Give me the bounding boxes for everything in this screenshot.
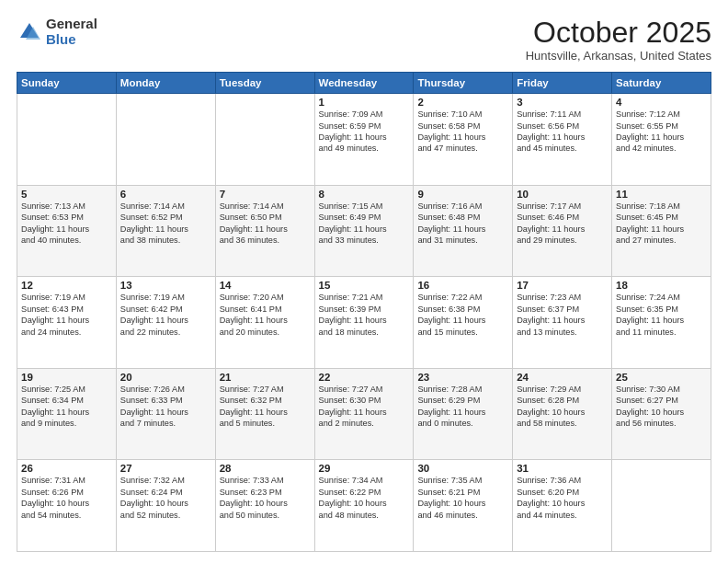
weekday-saturday: Saturday — [612, 73, 711, 94]
weekday-monday: Monday — [116, 73, 215, 94]
day-info: Sunrise: 7:20 AM Sunset: 6:41 PM Dayligh… — [220, 292, 311, 338]
day-info: Sunrise: 7:11 AM Sunset: 6:56 PM Dayligh… — [517, 109, 608, 155]
day-number: 12 — [21, 280, 112, 291]
day-info: Sunrise: 7:32 AM Sunset: 6:24 PM Dayligh… — [120, 475, 211, 521]
day-cell — [612, 460, 711, 552]
day-number: 8 — [319, 189, 410, 200]
day-cell: 13Sunrise: 7:19 AM Sunset: 6:42 PM Dayli… — [116, 277, 215, 369]
day-cell: 19Sunrise: 7:25 AM Sunset: 6:34 PM Dayli… — [17, 368, 117, 460]
weekday-thursday: Thursday — [414, 73, 513, 94]
day-info: Sunrise: 7:31 AM Sunset: 6:26 PM Dayligh… — [21, 475, 112, 521]
day-info: Sunrise: 7:17 AM Sunset: 6:46 PM Dayligh… — [517, 201, 608, 247]
day-cell: 9Sunrise: 7:16 AM Sunset: 6:48 PM Daylig… — [414, 185, 513, 277]
day-number: 6 — [120, 189, 211, 200]
day-cell: 26Sunrise: 7:31 AM Sunset: 6:26 PM Dayli… — [17, 460, 117, 552]
day-info: Sunrise: 7:29 AM Sunset: 6:28 PM Dayligh… — [517, 384, 608, 430]
day-info: Sunrise: 7:25 AM Sunset: 6:34 PM Dayligh… — [21, 384, 112, 430]
calendar: SundayMondayTuesdayWednesdayThursdayFrid… — [17, 72, 711, 552]
logo-icon — [17, 19, 42, 45]
day-info: Sunrise: 7:13 AM Sunset: 6:53 PM Dayligh… — [21, 201, 112, 247]
logo-blue: Blue — [46, 32, 97, 48]
day-number: 15 — [319, 280, 410, 291]
day-number: 20 — [120, 372, 211, 383]
day-number: 10 — [517, 189, 608, 200]
day-cell: 5Sunrise: 7:13 AM Sunset: 6:53 PM Daylig… — [17, 185, 117, 277]
day-info: Sunrise: 7:14 AM Sunset: 6:50 PM Dayligh… — [220, 201, 311, 247]
day-cell: 24Sunrise: 7:29 AM Sunset: 6:28 PM Dayli… — [513, 368, 612, 460]
calendar-body: 1Sunrise: 7:09 AM Sunset: 6:59 PM Daylig… — [17, 94, 711, 552]
week-row-4: 26Sunrise: 7:31 AM Sunset: 6:26 PM Dayli… — [17, 460, 711, 552]
day-number: 29 — [319, 463, 410, 474]
day-cell: 25Sunrise: 7:30 AM Sunset: 6:27 PM Dayli… — [612, 368, 711, 460]
day-number: 24 — [517, 372, 608, 383]
day-number: 2 — [417, 97, 508, 108]
day-cell: 8Sunrise: 7:15 AM Sunset: 6:49 PM Daylig… — [314, 185, 414, 277]
day-number: 17 — [517, 280, 608, 291]
weekday-header-row: SundayMondayTuesdayWednesdayThursdayFrid… — [17, 73, 711, 94]
day-info: Sunrise: 7:23 AM Sunset: 6:37 PM Dayligh… — [517, 292, 608, 338]
logo: General Blue — [17, 17, 97, 47]
weekday-friday: Friday — [513, 73, 612, 94]
day-cell: 2Sunrise: 7:10 AM Sunset: 6:58 PM Daylig… — [414, 94, 513, 186]
day-cell: 23Sunrise: 7:28 AM Sunset: 6:29 PM Dayli… — [414, 368, 513, 460]
day-cell: 6Sunrise: 7:14 AM Sunset: 6:52 PM Daylig… — [116, 185, 215, 277]
day-info: Sunrise: 7:36 AM Sunset: 6:20 PM Dayligh… — [517, 475, 608, 521]
day-cell: 12Sunrise: 7:19 AM Sunset: 6:43 PM Dayli… — [17, 277, 117, 369]
day-cell: 17Sunrise: 7:23 AM Sunset: 6:37 PM Dayli… — [513, 277, 612, 369]
logo-general: General — [46, 17, 97, 32]
day-cell — [116, 94, 215, 186]
day-info: Sunrise: 7:33 AM Sunset: 6:23 PM Dayligh… — [220, 475, 311, 521]
day-info: Sunrise: 7:15 AM Sunset: 6:49 PM Dayligh… — [319, 201, 410, 247]
day-number: 19 — [21, 372, 112, 383]
day-number: 27 — [120, 463, 211, 474]
day-cell: 27Sunrise: 7:32 AM Sunset: 6:24 PM Dayli… — [116, 460, 215, 552]
day-number: 13 — [120, 280, 211, 291]
header: General Blue October 2025 Huntsville, Ar… — [17, 17, 711, 63]
title-block: October 2025 Huntsville, Arkansas, Unite… — [526, 17, 711, 63]
day-number: 1 — [319, 97, 410, 108]
day-number: 4 — [616, 97, 707, 108]
weekday-wednesday: Wednesday — [314, 73, 414, 94]
day-cell: 10Sunrise: 7:17 AM Sunset: 6:46 PM Dayli… — [513, 185, 612, 277]
day-cell: 7Sunrise: 7:14 AM Sunset: 6:50 PM Daylig… — [215, 185, 314, 277]
day-info: Sunrise: 7:19 AM Sunset: 6:43 PM Dayligh… — [21, 292, 112, 338]
day-cell: 31Sunrise: 7:36 AM Sunset: 6:20 PM Dayli… — [513, 460, 612, 552]
day-cell: 14Sunrise: 7:20 AM Sunset: 6:41 PM Dayli… — [215, 277, 314, 369]
day-cell: 15Sunrise: 7:21 AM Sunset: 6:39 PM Dayli… — [314, 277, 414, 369]
day-info: Sunrise: 7:12 AM Sunset: 6:55 PM Dayligh… — [616, 109, 707, 155]
day-info: Sunrise: 7:10 AM Sunset: 6:58 PM Dayligh… — [417, 109, 508, 155]
day-number: 23 — [417, 372, 508, 383]
day-number: 16 — [417, 280, 508, 291]
week-row-1: 5Sunrise: 7:13 AM Sunset: 6:53 PM Daylig… — [17, 185, 711, 277]
day-cell: 30Sunrise: 7:35 AM Sunset: 6:21 PM Dayli… — [414, 460, 513, 552]
day-info: Sunrise: 7:09 AM Sunset: 6:59 PM Dayligh… — [319, 109, 410, 155]
day-cell: 1Sunrise: 7:09 AM Sunset: 6:59 PM Daylig… — [314, 94, 414, 186]
day-cell — [17, 94, 117, 186]
location: Huntsville, Arkansas, United States — [526, 49, 711, 63]
day-info: Sunrise: 7:27 AM Sunset: 6:30 PM Dayligh… — [319, 384, 410, 430]
day-number: 22 — [319, 372, 410, 383]
day-number: 7 — [220, 189, 311, 200]
day-info: Sunrise: 7:22 AM Sunset: 6:38 PM Dayligh… — [417, 292, 508, 338]
day-number: 11 — [616, 189, 707, 200]
day-info: Sunrise: 7:35 AM Sunset: 6:21 PM Dayligh… — [417, 475, 508, 521]
day-cell: 4Sunrise: 7:12 AM Sunset: 6:55 PM Daylig… — [612, 94, 711, 186]
day-cell: 28Sunrise: 7:33 AM Sunset: 6:23 PM Dayli… — [215, 460, 314, 552]
day-number: 28 — [220, 463, 311, 474]
day-cell: 21Sunrise: 7:27 AM Sunset: 6:32 PM Dayli… — [215, 368, 314, 460]
day-info: Sunrise: 7:14 AM Sunset: 6:52 PM Dayligh… — [120, 201, 211, 247]
day-number: 5 — [21, 189, 112, 200]
week-row-0: 1Sunrise: 7:09 AM Sunset: 6:59 PM Daylig… — [17, 94, 711, 186]
month-title: October 2025 — [526, 17, 711, 49]
logo-text: General Blue — [46, 17, 97, 47]
day-info: Sunrise: 7:28 AM Sunset: 6:29 PM Dayligh… — [417, 384, 508, 430]
day-cell: 18Sunrise: 7:24 AM Sunset: 6:35 PM Dayli… — [612, 277, 711, 369]
day-info: Sunrise: 7:24 AM Sunset: 6:35 PM Dayligh… — [616, 292, 707, 338]
day-cell — [215, 94, 314, 186]
day-number: 9 — [417, 189, 508, 200]
week-row-2: 12Sunrise: 7:19 AM Sunset: 6:43 PM Dayli… — [17, 277, 711, 369]
day-info: Sunrise: 7:26 AM Sunset: 6:33 PM Dayligh… — [120, 384, 211, 430]
day-number: 25 — [616, 372, 707, 383]
day-number: 26 — [21, 463, 112, 474]
day-number: 30 — [417, 463, 508, 474]
